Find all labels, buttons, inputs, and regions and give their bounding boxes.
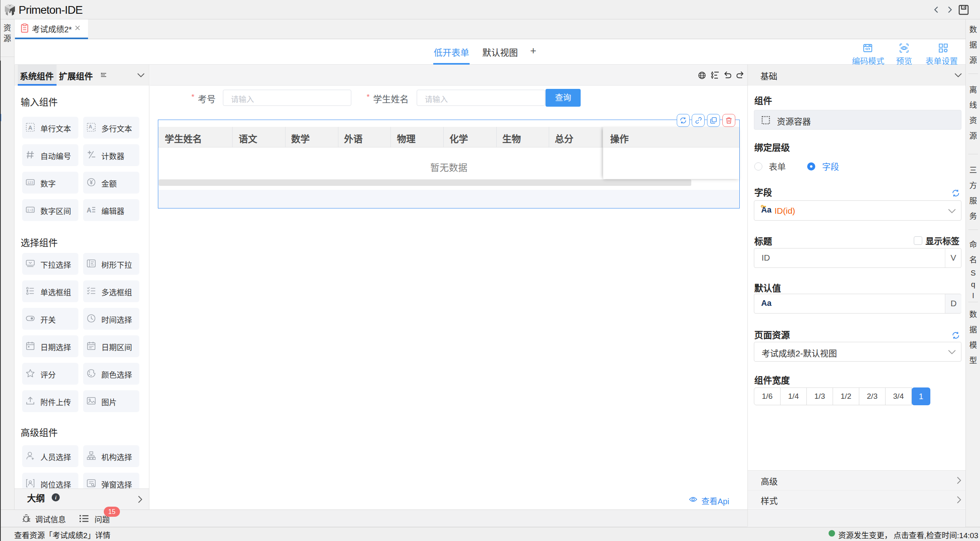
svg-text:A: A [88,124,92,130]
svg-text:i: i [55,495,57,501]
svg-text:A: A [87,206,92,214]
svg-text:A: A [28,124,32,131]
svg-text:123: 123 [27,181,34,185]
svg-text:1~3: 1~3 [27,208,34,212]
